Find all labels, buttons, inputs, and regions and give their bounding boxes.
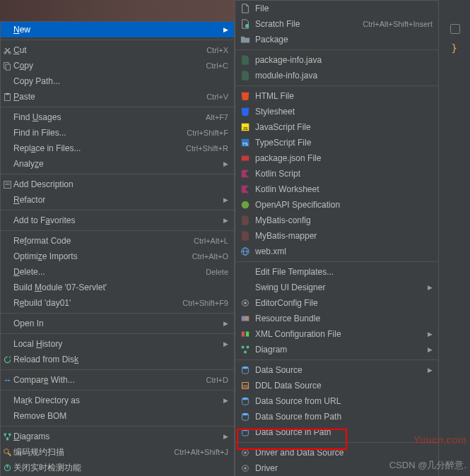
- driver-icon: [240, 463, 251, 474]
- menu-label: module-info.java: [255, 71, 317, 81]
- menu-label: File: [255, 4, 269, 13]
- menu-add-description[interactable]: Add Description: [1, 177, 234, 192]
- separator: [235, 359, 438, 360]
- separator: [1, 210, 234, 210]
- menu-label: Remove BOM: [13, 411, 66, 421]
- menu-scan-code[interactable]: 编码规约扫描 Ctrl+Alt+Shift+J: [1, 444, 234, 460]
- svg-point-12: [4, 448, 8, 453]
- scratch-icon: [240, 18, 251, 30]
- shortcut: Ctrl+Shift+R: [186, 144, 228, 153]
- sub-stylesheet[interactable]: Stylesheet: [235, 104, 438, 119]
- sub-mybatis-mapper[interactable]: MyBatis-mapper: [235, 228, 438, 244]
- sub-driver-data-source[interactable]: Driver and Data Source: [235, 445, 438, 460]
- submenu-arrow-icon: ▶: [428, 284, 433, 291]
- folder-icon: [240, 34, 251, 45]
- sub-js-file[interactable]: JS JavaScript File: [235, 119, 438, 135]
- menu-paste[interactable]: Paste Ctrl+V: [1, 89, 234, 105]
- ddl-icon: DDL: [240, 380, 251, 391]
- menu-label: XML Configuration File: [255, 329, 341, 339]
- java-icon: [240, 70, 251, 81]
- sub-resource-bundle[interactable]: Resource Bundle: [235, 311, 438, 326]
- menu-find-in-files[interactable]: Find in Files... Ctrl+Shift+F: [1, 125, 234, 141]
- sub-ddl-data-source[interactable]: DDL DDL Data Source: [235, 378, 438, 393]
- sub-data-source-url[interactable]: Data Source from URL: [235, 393, 438, 409]
- diagram-icon: [240, 344, 251, 355]
- shortcut: Delete: [206, 268, 228, 276]
- menu-label: Replace in Files...: [13, 143, 81, 153]
- menu-replace-in-files[interactable]: Replace in Files... Ctrl+Shift+R: [1, 141, 234, 156]
- svg-rect-5: [6, 93, 9, 94]
- sub-data-source-path[interactable]: Data Source from Path: [235, 409, 438, 424]
- sub-kotlin-script[interactable]: Kotlin Script: [235, 166, 438, 182]
- shortcut: Ctrl+C: [206, 61, 228, 70]
- sub-file[interactable]: File: [235, 1, 438, 16]
- sub-package-info[interactable]: package-info.java: [235, 52, 438, 68]
- sub-diagram[interactable]: Diagram ▶: [235, 342, 438, 357]
- submenu-arrow-icon: ▶: [223, 26, 228, 33]
- menu-close-realtime[interactable]: 关闭实时检测功能: [1, 460, 234, 475]
- submenu-arrow-icon: ▶: [223, 160, 228, 167]
- menu-reload-from-disk[interactable]: Reload from Disk: [1, 352, 234, 367]
- menu-label: OpenAPI Specification: [255, 200, 340, 210]
- menu-build-module[interactable]: Build Module '07-Servlet': [1, 280, 234, 295]
- svg-point-41: [242, 398, 249, 400]
- submenu-arrow-icon: ▶: [223, 397, 228, 404]
- menu-refactor[interactable]: Refactor ▶: [1, 192, 234, 208]
- sub-driver[interactable]: Driver: [235, 460, 438, 476]
- menu-add-to-favorites[interactable]: Add to Favorites ▶: [1, 213, 234, 228]
- sub-swing-ui-designer[interactable]: Swing UI Designer ▶: [235, 280, 438, 295]
- menu-remove-bom[interactable]: Remove BOM: [1, 408, 234, 424]
- mybatis-icon: [240, 230, 251, 242]
- menu-new[interactable]: New ▶: [1, 22, 234, 37]
- menu-copy[interactable]: Copy Ctrl+C: [1, 58, 234, 73]
- menu-copy-path[interactable]: Copy Path...: [1, 73, 234, 89]
- sub-xml-config-file[interactable]: XML Configuration File ▶: [235, 326, 438, 342]
- svg-text:JS: JS: [242, 126, 247, 131]
- sub-web-xml[interactable]: web.xml: [235, 244, 438, 259]
- sub-edit-file-templates[interactable]: Edit File Templates...: [235, 264, 438, 280]
- menu-label: Compare With...: [13, 375, 75, 385]
- shortcut: Ctrl+Shift+F9: [182, 299, 228, 307]
- svg-rect-32: [245, 316, 249, 321]
- menu-analyze[interactable]: Analyze ▶: [1, 156, 234, 172]
- sub-html-file[interactable]: HTML File: [235, 88, 438, 104]
- sub-package-json[interactable]: package.json File: [235, 150, 438, 166]
- menu-delete[interactable]: Delete... Delete: [1, 264, 234, 280]
- html-icon: [240, 90, 251, 102]
- cut-icon: [2, 45, 12, 55]
- sub-mybatis-config[interactable]: MyBatis-config: [235, 213, 438, 228]
- context-menu: New ▶ Cut Ctrl+X Copy Ctrl+C Copy Path..…: [0, 21, 235, 476]
- svg-rect-10: [8, 433, 11, 435]
- separator: [1, 390, 234, 391]
- menu-local-history[interactable]: Local History ▶: [1, 336, 234, 352]
- sub-module-info[interactable]: module-info.java: [235, 68, 438, 83]
- sub-scratch-file[interactable]: Scratch File Ctrl+Alt+Shift+Insert: [235, 16, 438, 32]
- compare-icon: [2, 375, 12, 385]
- menu-optimize-imports[interactable]: Optimize Imports Ctrl+Alt+O: [1, 249, 234, 264]
- css-icon: [240, 106, 251, 117]
- menu-rebuild[interactable]: Rebuild 'day01' Ctrl+Shift+F9: [1, 295, 234, 311]
- menu-reformat-code[interactable]: Reformat Code Ctrl+Alt+L: [1, 233, 234, 249]
- sub-data-source-in-path[interactable]: Data Source in Path: [235, 424, 438, 440]
- sub-package[interactable]: Package: [235, 32, 438, 47]
- menu-label: Edit File Templates...: [255, 267, 334, 277]
- menu-label: HTML File: [255, 91, 294, 101]
- shortcut: Ctrl+Alt+L: [194, 237, 228, 245]
- menu-open-in[interactable]: Open In ▶: [1, 316, 234, 331]
- sub-editorconfig-file[interactable]: EditorConfig File: [235, 295, 438, 311]
- menu-label: New: [13, 25, 30, 35]
- menu-find-usages[interactable]: Find Usages Alt+F7: [1, 109, 234, 125]
- menu-compare-with[interactable]: Compare With... Ctrl+D: [1, 372, 234, 388]
- sub-kotlin-worksheet[interactable]: Kotlin Worksheet: [235, 182, 438, 197]
- menu-label: Add Description: [13, 179, 74, 189]
- menu-cut[interactable]: Cut Ctrl+X: [1, 42, 234, 58]
- menu-diagrams[interactable]: Diagrams ▶: [1, 429, 234, 444]
- svg-rect-11: [6, 438, 8, 440]
- sub-data-source[interactable]: Data Source ▶: [235, 362, 438, 378]
- sub-openapi-spec[interactable]: OpenAPI Specification: [235, 197, 438, 213]
- tool-tab-icon[interactable]: [450, 24, 460, 34]
- kotlin-icon: [240, 184, 251, 195]
- menu-label: Swing UI Designer: [255, 282, 325, 292]
- sub-ts-file[interactable]: TS TypeScript File: [235, 135, 438, 150]
- menu-mark-directory-as[interactable]: Mark Directory as ▶: [1, 393, 234, 408]
